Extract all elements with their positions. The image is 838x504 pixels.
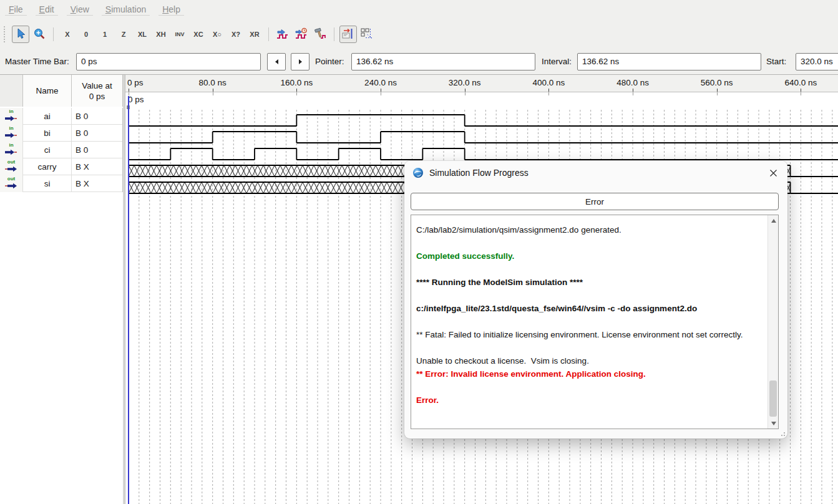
interval-value: 136.62 ns: [577, 53, 761, 70]
force-weak-low-button-glyph: XL: [138, 31, 147, 38]
select-tool-button[interactable]: [12, 26, 29, 43]
menu-item-simulation[interactable]: Simulation: [102, 3, 150, 16]
scroll-down-icon: [771, 422, 776, 425]
signal-row-bi[interactable]: inbiB 0: [0, 125, 123, 142]
step-right-button[interactable]: [291, 53, 309, 70]
value-column-header[interactable]: Value at 0 ps: [72, 75, 123, 107]
master-time-bar-label: Master Time Bar:: [5, 57, 69, 66]
separator-3: [334, 27, 334, 41]
pointer-label: Pointer:: [315, 57, 344, 66]
menu-item-file[interactable]: File: [5, 3, 27, 16]
dialog-title: Simulation Flow Progress: [429, 168, 529, 178]
log-output-box[interactable]: C:/lab/lab2/simulation/qsim/assignment2.…: [411, 215, 779, 429]
signal-row-ai[interactable]: inaiB 0: [0, 108, 123, 125]
cursor-icon: [14, 27, 27, 42]
ruler-label-560: 560.0 ns: [701, 78, 733, 87]
step-left-button[interactable]: [267, 53, 286, 70]
signal-value: B X: [72, 175, 123, 192]
force-weak-high-button-glyph: XH: [156, 31, 165, 38]
random-values-button-glyph: X?: [231, 31, 240, 38]
signal-name: bi: [23, 125, 72, 142]
scroll-up-button[interactable]: [768, 215, 779, 226]
toolbar: X01ZXLXHINVXCX○X?XR: [0, 19, 838, 50]
sub-tick: [548, 92, 549, 95]
signal-row-si[interactable]: outsiB X: [0, 175, 123, 192]
force-unknown-button[interactable]: X: [59, 26, 76, 43]
force-weak-high-button[interactable]: XH: [152, 26, 170, 43]
end-time-icon: [341, 27, 355, 42]
dialog-close-button[interactable]: [764, 164, 782, 182]
master-time-bar-row[interactable]: 0 ps: [125, 92, 838, 110]
log-line: Error.: [416, 394, 762, 407]
set-end-time-button[interactable]: [339, 26, 357, 43]
random-values-button[interactable]: X?: [227, 26, 245, 43]
force-high-impedance-button[interactable]: Z: [115, 26, 132, 43]
log-line: [416, 315, 762, 328]
simulation-flow-progress-dialog: Simulation Flow Progress Error C:/lab/la…: [404, 161, 787, 439]
signal-name: carry: [23, 158, 72, 175]
force-low-button[interactable]: 0: [77, 26, 95, 43]
generate-simulation-files-button[interactable]: [311, 26, 329, 43]
in-port-icon: in: [0, 142, 23, 158]
zoom-tool-button[interactable]: [31, 26, 48, 43]
out-port-icon: out: [0, 158, 23, 175]
port-type-column-header[interactable]: [0, 75, 23, 107]
force-weak-low-button[interactable]: XL: [134, 26, 151, 43]
value-header-line1: Value at: [82, 80, 112, 91]
progress-bar: Error: [411, 193, 779, 210]
count-value-button[interactable]: XC: [190, 26, 207, 43]
signal-value: B 0: [72, 108, 123, 125]
waveform-trace-ci: [129, 148, 838, 160]
run-functional-simulation-button[interactable]: [274, 26, 291, 43]
scrollbar-thumb[interactable]: [769, 380, 777, 417]
force-high-impedance-button-glyph: Z: [122, 31, 126, 38]
log-line: ** Error: Invalid license environment. A…: [416, 367, 762, 380]
port-direction-label: out: [7, 177, 15, 182]
port-direction-label: in: [9, 109, 13, 114]
sub-tick: [633, 92, 633, 95]
port-direction-label: out: [7, 160, 15, 165]
grid-size-button[interactable]: [358, 26, 376, 43]
log-scrollbar[interactable]: [767, 215, 778, 429]
scroll-down-button[interactable]: [768, 418, 779, 429]
menu-item-edit[interactable]: Edit: [36, 3, 58, 16]
sub-tick: [465, 92, 465, 95]
start-value[interactable]: 320.0 ns: [796, 53, 838, 70]
signal-name: si: [23, 175, 72, 192]
dialog-title-bar[interactable]: Simulation Flow Progress: [404, 161, 787, 185]
log-line: [416, 341, 762, 354]
master-time-bar-input[interactable]: 0 ps: [76, 53, 261, 70]
ruler-label-0: 0 ps: [127, 78, 144, 87]
port-arrow-icon: [4, 165, 18, 174]
signal-value: B 0: [72, 125, 123, 142]
ruler-label-640: 640.0 ns: [784, 78, 817, 87]
log-line: Completed successfully.: [416, 250, 762, 263]
invert-button[interactable]: INV: [171, 26, 188, 43]
run-timing-simulation-button[interactable]: [293, 26, 310, 43]
signal-row-carry[interactable]: outcarryB X: [0, 158, 123, 175]
name-column-header[interactable]: Name: [23, 75, 72, 107]
ruler-label-480: 480.0 ns: [616, 78, 649, 87]
arbitrary-value-button[interactable]: XR: [246, 26, 263, 43]
toolbar-buttons: X01ZXLXHINVXCX○X?XR: [11, 26, 376, 43]
time-cursor-line[interactable]: [128, 96, 129, 504]
port-direction-label: in: [9, 126, 13, 131]
menu-item-view[interactable]: View: [67, 3, 93, 16]
count-value-button-glyph: XC: [193, 31, 203, 38]
signal-row-ci[interactable]: inciB 0: [0, 142, 123, 158]
menu-item-help[interactable]: Help: [158, 3, 184, 16]
timeline-ruler[interactable]: 0 ps80.0 ns160.0 ns240.0 ns320.0 ns400.0…: [125, 75, 838, 92]
dialog-resize-grip[interactable]: [779, 430, 785, 436]
signal-table-header: Name Value at 0 ps: [0, 75, 123, 107]
force-high-button[interactable]: 1: [96, 26, 114, 43]
ruler-label-80: 80.0 ns: [199, 78, 227, 87]
port-direction-label: in: [9, 143, 13, 148]
ruler-label-320: 320.0 ns: [449, 78, 481, 87]
out-port-icon: out: [0, 175, 23, 192]
port-arrow-icon: [4, 131, 18, 140]
waveform-trace-ai: [129, 115, 838, 126]
log-line: [416, 380, 762, 394]
waveform-trace-bi: [129, 132, 838, 143]
overwrite-clock-button[interactable]: X○: [208, 26, 226, 43]
toolbar-grip[interactable]: [4, 26, 6, 42]
